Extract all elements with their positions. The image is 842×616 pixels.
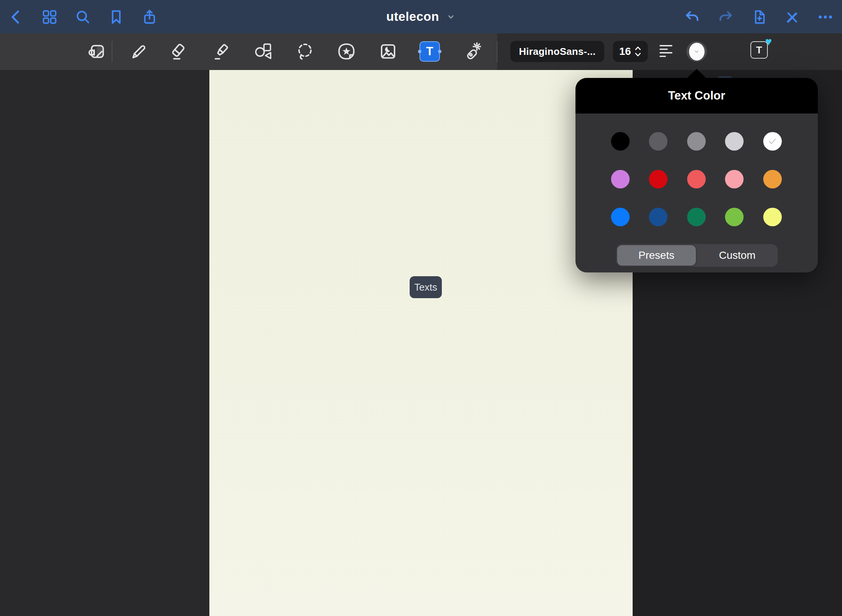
pen-tool-button[interactable]: [128, 41, 149, 62]
laser-pointer-icon: [462, 41, 482, 62]
redo-icon: [717, 9, 734, 25]
eraser-tool-button[interactable]: [167, 41, 189, 62]
color-swatch-light-green[interactable]: [725, 208, 744, 226]
stylus-cross-icon: [784, 9, 800, 25]
color-swatch-coral[interactable]: [687, 170, 706, 188]
lasso-icon: [295, 41, 315, 62]
text-style-glyph: T: [756, 44, 762, 56]
share-icon: [141, 9, 158, 25]
bookmark-button[interactable]: [106, 7, 126, 27]
popover-arrow: [687, 69, 706, 78]
current-text-color-swatch: [689, 43, 705, 61]
writing-mode-button[interactable]: [86, 41, 107, 62]
color-swatch-blue[interactable]: [611, 208, 630, 226]
color-swatch-white[interactable]: [763, 132, 782, 151]
color-swatch-pink[interactable]: [725, 170, 744, 188]
title-chevron-down-icon[interactable]: [446, 12, 456, 22]
tab-presets-label: Presets: [638, 249, 674, 261]
presets-custom-segmented-control: Presets Custom: [616, 244, 778, 267]
stylus-mode-button[interactable]: [782, 7, 802, 27]
text-tool-glyph: T: [426, 45, 433, 58]
font-size-value: 16: [619, 45, 631, 58]
highlighter-icon: [211, 41, 232, 62]
lasso-tool-button[interactable]: [295, 41, 316, 62]
writing-mode-icon: [86, 41, 107, 62]
align-left-icon: [660, 45, 675, 59]
notebook-page[interactable]: [209, 70, 633, 616]
top-navigation-bar: utelecon: [0, 0, 842, 33]
canvas-gutter-left: [0, 70, 209, 616]
undo-button[interactable]: [683, 7, 702, 27]
color-swatch-gray[interactable]: [687, 132, 706, 151]
chevron-down-icon: [692, 47, 701, 56]
text-color-popover: Text Color Presets Custom: [575, 78, 818, 272]
back-chevron-icon: [8, 9, 25, 25]
search-icon: [75, 9, 91, 25]
app-screen: Texts utelecon: [0, 0, 842, 616]
text-tool-handle-left: [418, 50, 421, 53]
color-swatch-black[interactable]: [611, 132, 630, 151]
toolbar-divider: [112, 41, 112, 62]
text-style-presets-button[interactable]: T ♥: [750, 41, 768, 59]
shapes-icon: [253, 41, 273, 62]
add-page-button[interactable]: [749, 7, 769, 27]
color-swatch-orange[interactable]: [763, 170, 782, 188]
image-tool-button[interactable]: [377, 41, 399, 62]
tools-toolbar: T HiraginoSans-... 16 T ♥: [0, 33, 842, 70]
pen-icon: [128, 41, 149, 62]
document-title[interactable]: utelecon: [386, 9, 439, 24]
toolbar-divider: [497, 41, 497, 62]
shapes-tool-button[interactable]: [253, 41, 274, 62]
highlighter-tool-button[interactable]: [211, 41, 232, 62]
laser-pointer-tool-button[interactable]: [462, 41, 483, 62]
text-tool-button[interactable]: T: [419, 41, 440, 62]
undo-icon: [684, 9, 701, 25]
stickers-tool-button[interactable]: [336, 41, 357, 62]
text-alignment-button[interactable]: [660, 45, 675, 59]
heart-icon: ♥: [765, 36, 772, 47]
image-icon: [378, 41, 398, 62]
color-swatch-dark-gray[interactable]: [649, 132, 667, 151]
font-family-button[interactable]: HiraginoSans-...: [510, 41, 604, 62]
color-swatch-navy-blue[interactable]: [649, 208, 667, 226]
grid-icon: [41, 9, 58, 25]
color-swatch-red[interactable]: [649, 170, 667, 188]
text-color-button[interactable]: [686, 41, 707, 62]
selected-text-object[interactable]: Texts: [410, 276, 442, 298]
font-family-label: HiraginoSans-...: [519, 46, 596, 58]
share-button[interactable]: [140, 7, 159, 27]
tab-custom[interactable]: Custom: [698, 245, 777, 266]
stepper-chevrons-icon: [634, 45, 642, 58]
text-tool-handle-right: [438, 50, 441, 53]
redo-button[interactable]: [716, 7, 735, 27]
color-swatch-orchid[interactable]: [611, 170, 630, 188]
color-swatch-yellow[interactable]: [763, 208, 782, 226]
eraser-icon: [168, 41, 188, 62]
sticker-star-icon: [336, 41, 357, 62]
ellipsis-icon: [817, 9, 834, 25]
popover-header: Text Color: [575, 78, 818, 114]
color-swatch-light-gray[interactable]: [725, 132, 744, 151]
more-button[interactable]: [815, 7, 835, 27]
font-size-stepper[interactable]: 16: [613, 41, 648, 62]
tab-custom-label: Custom: [719, 249, 755, 261]
search-button[interactable]: [73, 7, 93, 27]
check-icon: [767, 136, 778, 146]
text-object-label: Texts: [414, 282, 437, 293]
add-page-icon: [751, 9, 767, 25]
popover-title: Text Color: [668, 89, 725, 103]
back-button[interactable]: [6, 7, 26, 27]
color-swatch-green[interactable]: [687, 208, 706, 226]
tab-presets[interactable]: Presets: [617, 245, 696, 266]
pages-overview-button[interactable]: [40, 7, 59, 27]
bookmark-icon: [108, 9, 125, 25]
